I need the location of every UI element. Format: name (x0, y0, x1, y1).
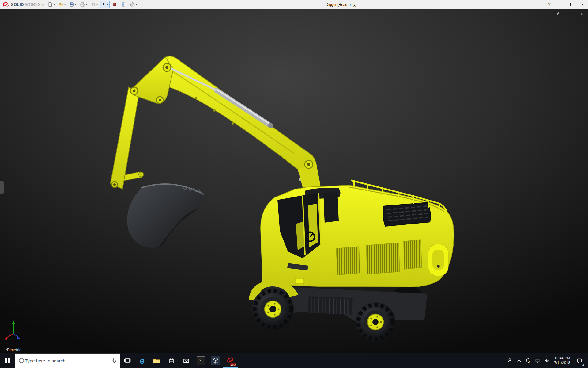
system-tray: 12:44 PM 7/11/2018 2 (505, 353, 588, 368)
undo-button[interactable]: ▾ (89, 1, 99, 8)
close-icon: × (581, 12, 583, 16)
print-icon (80, 2, 85, 7)
restore-window-icon (570, 3, 573, 6)
undo-icon (91, 2, 96, 7)
display-report-button[interactable] (120, 1, 127, 8)
file-explorer-icon (153, 358, 160, 364)
search-input[interactable] (25, 358, 112, 363)
rear-panel (428, 244, 448, 276)
scene-svg (0, 9, 588, 353)
mail-app-button[interactable] (179, 353, 194, 368)
new-button[interactable]: ▾ (47, 1, 56, 8)
dassault-swirl-icon (2, 2, 10, 7)
print-button[interactable]: ▾ (79, 1, 88, 8)
show-desktop-button[interactable] (586, 353, 588, 368)
orientation-label: *Dimetric (6, 348, 21, 352)
appearance-button[interactable] (111, 1, 119, 8)
options-button[interactable]: ▾ (129, 1, 138, 8)
task-view-icon (124, 358, 131, 364)
defender-button[interactable] (524, 353, 533, 368)
side-window (323, 192, 339, 223)
doc-restore-button[interactable] (571, 12, 576, 16)
start-button[interactable] (0, 353, 15, 368)
dropdown-caret: ▾ (136, 3, 137, 6)
window-icon (546, 13, 549, 15)
console-app-button[interactable]: >_ (194, 353, 208, 368)
stick-arm[interactable] (110, 87, 144, 189)
open-folder-icon (58, 2, 64, 7)
people-icon (507, 358, 512, 363)
open-button[interactable]: ▾ (57, 1, 67, 8)
dropdown-caret: ▾ (96, 3, 98, 6)
solidworks-app-button[interactable]: 2017 (223, 353, 238, 368)
bucket[interactable] (127, 184, 204, 248)
store-icon (168, 358, 175, 364)
restore-icon (572, 13, 575, 15)
engine-grille (383, 202, 431, 226)
doc-minimize-button[interactable] (562, 12, 567, 16)
minimize-icon (563, 13, 566, 15)
graphics-viewport[interactable]: × ‹ (0, 9, 588, 353)
document-window-controls: × (545, 12, 584, 16)
edge-icon: e (139, 356, 145, 365)
rear-wheel[interactable] (356, 302, 395, 342)
store-app-button[interactable] (164, 353, 179, 368)
volume-icon (544, 358, 549, 363)
options-gear-icon (130, 2, 135, 7)
toolbar-expand-arrow[interactable]: ▸ (41, 3, 47, 6)
front-wheel[interactable] (252, 288, 294, 330)
hidden-icons-button[interactable] (514, 353, 524, 368)
help-button[interactable]: ? (544, 0, 555, 9)
people-button[interactable] (505, 353, 514, 368)
upper-body[interactable] (261, 180, 454, 287)
dropdown-caret: ▾ (75, 3, 76, 6)
brand-solid: SOLID (11, 2, 24, 7)
window-controls: ? – × (544, 0, 588, 9)
console-icon: >_ (197, 356, 205, 365)
taskbar: e >_ (0, 353, 588, 368)
network-button[interactable] (533, 353, 542, 368)
taskbar-clock[interactable]: 12:44 PM 7/11/2018 (551, 353, 574, 368)
taskbar-search[interactable] (15, 353, 120, 368)
display-report-icon (121, 2, 126, 7)
dropdown-caret: ▾ (107, 3, 108, 6)
dropdown-caret: ▾ (86, 3, 87, 6)
minimize-button[interactable]: – (555, 0, 566, 9)
microphone-icon[interactable] (112, 358, 117, 364)
excavator-model[interactable] (110, 56, 454, 342)
appearance-sphere-icon (112, 2, 117, 7)
3d-viewer-icon (211, 356, 220, 365)
doc-window-button-1[interactable] (545, 12, 550, 16)
save-button[interactable]: ▾ (68, 1, 77, 8)
solidworks-window: SOLIDWORKS ▸ ▾ ▾ ▾ ▾ (0, 0, 588, 368)
windows-logo-icon (5, 358, 10, 363)
solidworks-version-badge: 2017 (230, 363, 236, 366)
mail-icon (183, 358, 190, 364)
titlebar: SOLIDWORKS ▸ ▾ ▾ ▾ ▾ (0, 0, 588, 9)
notification-count-badge: 2 (582, 363, 585, 366)
dropdown-caret: ▾ (64, 3, 66, 6)
new-document-icon (48, 2, 53, 7)
boom[interactable] (132, 56, 315, 175)
doc-close-button[interactable]: × (579, 12, 584, 16)
clock-date: 7/11/2018 (554, 361, 571, 365)
document-title: Digger [Read-only] (138, 2, 544, 7)
3d-viewer-app-button[interactable] (208, 353, 223, 368)
action-center-icon (577, 358, 582, 363)
main-toolbar: ▾ ▾ ▾ ▾ ▾ (47, 1, 138, 8)
close-button[interactable]: × (577, 0, 588, 9)
action-center-button[interactable]: 2 (573, 353, 586, 368)
task-view-button[interactable] (120, 353, 135, 368)
doc-window-button-2[interactable] (554, 12, 559, 16)
select-cursor-icon (101, 2, 107, 7)
file-explorer-button[interactable] (149, 353, 164, 368)
solidworks-logo: SOLIDWORKS (2, 2, 41, 7)
orientation-triad[interactable] (4, 321, 20, 340)
volume-button[interactable] (542, 353, 551, 368)
maximize-button[interactable] (566, 0, 577, 9)
select-button[interactable]: ▾ (100, 1, 110, 8)
save-floppy-icon (69, 2, 74, 7)
edge-app-button[interactable]: e (135, 353, 149, 368)
dropdown-caret: ▾ (54, 3, 55, 6)
cascade-windows-icon (555, 13, 558, 15)
